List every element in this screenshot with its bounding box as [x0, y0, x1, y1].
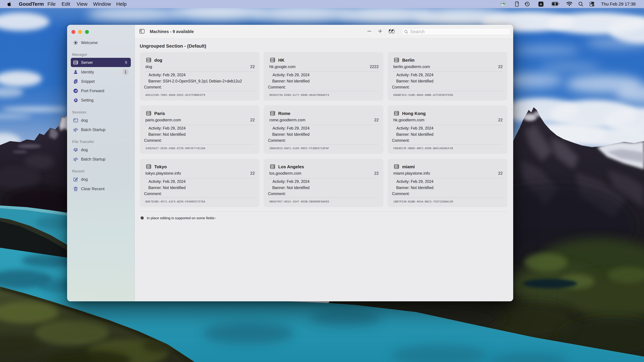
svg-text:A: A [540, 2, 542, 6]
